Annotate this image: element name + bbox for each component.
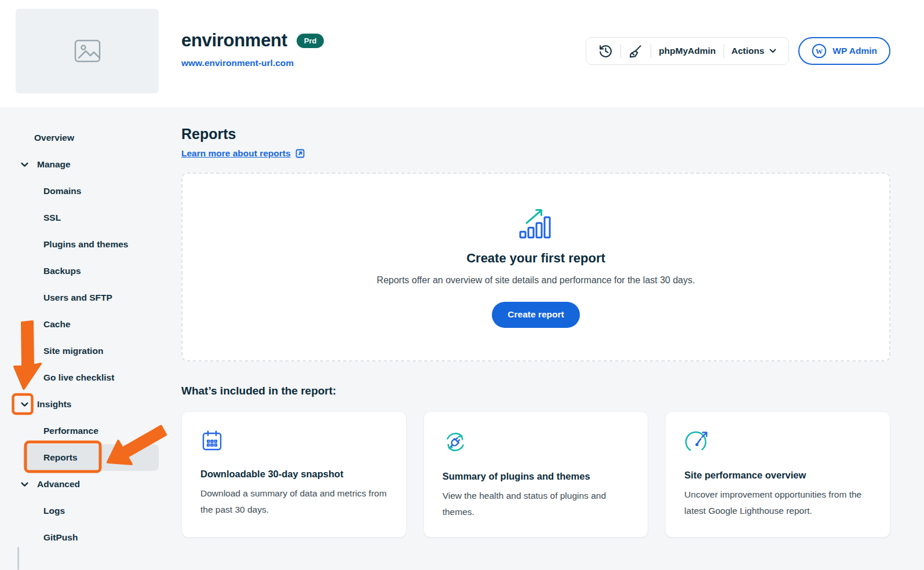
sidebar-scrollbar[interactable] bbox=[17, 547, 19, 570]
chevron-down-icon[interactable] bbox=[21, 402, 28, 407]
sidebar-item-site-migration[interactable]: Site migration bbox=[0, 338, 168, 364]
backup-history-button[interactable] bbox=[591, 39, 620, 63]
site-thumbnail bbox=[16, 9, 159, 93]
speedometer-icon bbox=[684, 429, 710, 454]
header-actions: phpMyAdmin Actions W WP Admin bbox=[586, 37, 890, 65]
sidebar-section-advanced[interactable]: Advanced bbox=[0, 471, 168, 498]
phpmyadmin-label: phpMyAdmin bbox=[659, 46, 715, 56]
svg-text:W: W bbox=[816, 48, 823, 56]
feature-description: Uncover improvement opportunities from t… bbox=[684, 487, 871, 519]
sidebar-item-domains[interactable]: Domains bbox=[0, 178, 168, 204]
phpmyadmin-button[interactable]: phpMyAdmin bbox=[651, 39, 723, 63]
feature-card-snapshot: Downloadable 30-day snapshot Download a … bbox=[181, 411, 407, 538]
create-report-empty-state: Create your first report Reports offer a… bbox=[181, 173, 890, 361]
chevron-down-icon[interactable] bbox=[21, 482, 28, 487]
sidebar-item-gitpush[interactable]: GitPush bbox=[0, 524, 168, 551]
learn-more-label: Learn more about reports bbox=[181, 148, 291, 159]
sidebar-item-label: Go live checklist bbox=[43, 372, 114, 383]
environment-header: environment Prd www.environment-url.com bbox=[0, 0, 924, 107]
external-link-icon bbox=[295, 149, 305, 158]
feature-title: Site performance overview bbox=[684, 470, 871, 481]
learn-more-link[interactable]: Learn more about reports bbox=[181, 148, 305, 159]
sidebar-section-manage[interactable]: Manage bbox=[0, 151, 168, 178]
image-placeholder-icon bbox=[74, 39, 101, 63]
environment-title-block: environment Prd www.environment-url.com bbox=[181, 30, 324, 68]
sidebar-item-label: GitPush bbox=[43, 532, 78, 543]
sidebar-item-logs[interactable]: Logs bbox=[0, 498, 168, 524]
feature-description: View the health and status of plugins an… bbox=[443, 488, 630, 520]
sidebar-section-label: Manage bbox=[37, 159, 71, 170]
plugins-sync-icon bbox=[443, 429, 468, 455]
reports-page: Reports Learn more about reports Create … bbox=[181, 107, 890, 538]
wp-admin-label: WP Admin bbox=[832, 46, 877, 56]
environment-name: environment bbox=[181, 30, 287, 51]
sidebar-item-overview[interactable]: Overview bbox=[0, 125, 168, 151]
sidebar-item-label: Reports bbox=[43, 452, 78, 463]
sidebar-item-performance[interactable]: Performance bbox=[0, 418, 168, 444]
sidebar-section-insights[interactable]: Insights bbox=[0, 391, 168, 418]
chevron-down-icon[interactable] bbox=[21, 162, 28, 167]
sidebar-item-users-and-sftp[interactable]: Users and SFTP bbox=[0, 284, 168, 311]
feature-title: Summary of plugins and themes bbox=[443, 471, 630, 482]
sidebar-item-label: Logs bbox=[43, 506, 65, 516]
calendar-icon bbox=[200, 429, 224, 452]
actions-dropdown[interactable]: Actions bbox=[724, 39, 784, 63]
environment-toolbar: phpMyAdmin Actions bbox=[586, 37, 789, 65]
sidebar-item-label: Domains bbox=[43, 186, 81, 196]
feature-cards: Downloadable 30-day snapshot Download a … bbox=[181, 411, 890, 538]
sidebar-item-cache[interactable]: Cache bbox=[0, 311, 168, 338]
sidebar-item-plugins-and-themes[interactable]: Plugins and themes bbox=[0, 231, 168, 258]
chevron-down-icon bbox=[769, 49, 776, 53]
history-restore-icon bbox=[598, 44, 613, 59]
sidebar-item-label: Plugins and themes bbox=[43, 239, 128, 250]
clear-cache-button[interactable] bbox=[621, 39, 651, 63]
create-report-button[interactable]: Create report bbox=[492, 302, 579, 328]
environment-badge: Prd bbox=[297, 34, 324, 48]
sidebar-item-label: Performance bbox=[43, 426, 98, 436]
sidebar-item-ssl[interactable]: SSL bbox=[0, 204, 168, 231]
sidebar-item-backups[interactable]: Backups bbox=[0, 258, 168, 284]
sidebar: Overview Manage Domains SSL Plugins and … bbox=[0, 107, 168, 551]
environment-url-link[interactable]: www.environment-url.com bbox=[181, 58, 294, 68]
sidebar-item-label: Users and SFTP bbox=[43, 293, 112, 303]
sidebar-item-reports[interactable]: Reports bbox=[23, 444, 159, 471]
sidebar-item-label: Backups bbox=[43, 266, 81, 276]
page-title: Reports bbox=[181, 126, 890, 142]
broom-icon bbox=[629, 44, 643, 59]
sidebar-item-label: Overview bbox=[34, 133, 74, 143]
sidebar-item-label: Site migration bbox=[43, 346, 103, 356]
sidebar-item-label: SSL bbox=[43, 213, 61, 223]
wordpress-icon: W bbox=[812, 43, 827, 59]
feature-card-plugins: Summary of plugins and themes View the h… bbox=[423, 411, 649, 538]
wp-admin-button[interactable]: W WP Admin bbox=[798, 37, 890, 65]
feature-title: Downloadable 30-day snapshot bbox=[200, 469, 388, 480]
sidebar-item-go-live-checklist[interactable]: Go live checklist bbox=[0, 364, 168, 391]
bar-chart-growth-icon bbox=[518, 207, 553, 239]
actions-label: Actions bbox=[732, 46, 765, 56]
empty-state-description: Reports offer an overview of site detail… bbox=[377, 275, 695, 286]
included-heading: What’s included in the report: bbox=[181, 385, 890, 397]
sidebar-item-label: Cache bbox=[43, 319, 71, 330]
sidebar-section-label: Insights bbox=[37, 399, 71, 410]
sidebar-section-label: Advanced bbox=[37, 479, 80, 489]
empty-state-heading: Create your first report bbox=[466, 251, 605, 266]
feature-card-performance: Site performance overview Uncover improv… bbox=[665, 411, 890, 538]
feature-description: Download a summary of data and metrics f… bbox=[200, 485, 388, 518]
